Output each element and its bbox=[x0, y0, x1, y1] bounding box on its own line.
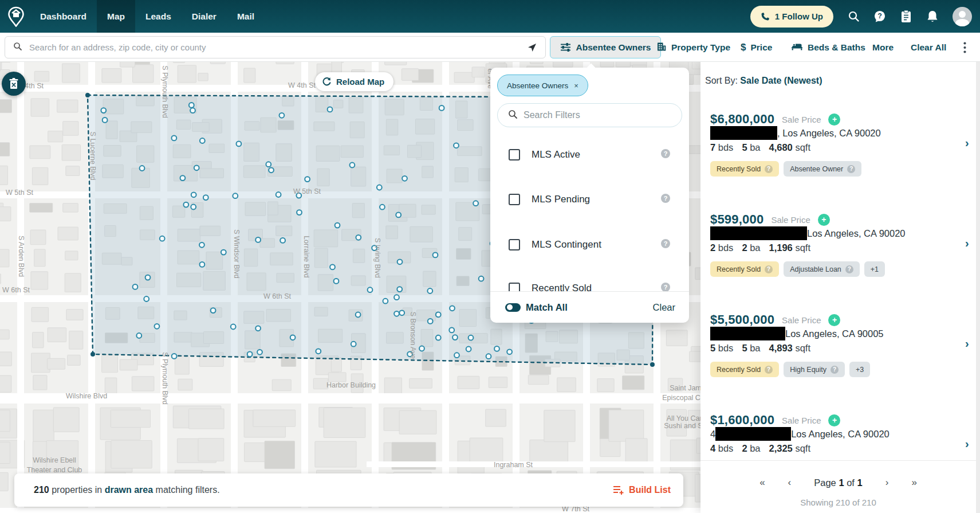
notifications-icon[interactable] bbox=[926, 10, 939, 23]
property-tag[interactable]: Recently Sold? bbox=[710, 362, 779, 377]
svg-text:?: ? bbox=[664, 240, 668, 247]
property-tag[interactable]: High Equity? bbox=[784, 362, 845, 377]
svg-text:S Lucerne Blvd: S Lucerne Blvd bbox=[89, 132, 97, 181]
build-list-button[interactable]: Build List bbox=[613, 473, 671, 507]
property-tag[interactable]: Recently Sold? bbox=[710, 261, 779, 277]
sale-price-label: Sale Price bbox=[782, 115, 821, 124]
redacted-address bbox=[715, 427, 791, 441]
svg-text:?: ? bbox=[664, 195, 668, 202]
checkbox[interactable] bbox=[509, 283, 520, 291]
open-property-chevron[interactable]: › bbox=[965, 437, 969, 451]
map-canvas[interactable]: W 4th StW 4th StW 5th StW 5th StW 6th St… bbox=[0, 62, 700, 513]
match-all-label: Match All bbox=[526, 302, 568, 313]
add-lead-button[interactable]: + bbox=[828, 414, 840, 426]
open-property-chevron[interactable]: › bbox=[965, 337, 969, 350]
phone-icon bbox=[761, 12, 770, 21]
filter-button-property-type[interactable]: Property Type bbox=[656, 36, 730, 58]
filter-button-label: Clear All bbox=[911, 42, 946, 53]
property-count: 210 bbox=[34, 485, 49, 495]
property-tag[interactable]: +3 bbox=[849, 362, 870, 377]
tag-row: Recently Sold?Absentee Owner? bbox=[710, 161, 861, 177]
page-first-button[interactable]: « bbox=[759, 477, 765, 488]
filter-button-clear-all[interactable]: Clear All bbox=[911, 36, 946, 58]
checkbox[interactable] bbox=[509, 194, 520, 205]
sort-by[interactable]: Sort By: Sale Date (Newest) bbox=[705, 76, 822, 86]
filter-option-mls-contingent[interactable]: MLS Contingent? bbox=[490, 232, 689, 257]
filter-option-mls-active[interactable]: MLS Active? bbox=[490, 142, 689, 167]
add-lead-button[interactable]: + bbox=[818, 214, 830, 226]
tasks-icon[interactable] bbox=[900, 10, 912, 23]
property-card[interactable]: $6,800,000Sale Price+, Los Angeles, CA 9… bbox=[700, 102, 976, 202]
property-card[interactable]: $1,600,000Sale Price+4Los Angeles, CA 90… bbox=[700, 403, 976, 460]
nav-item-dialer[interactable]: Dialer bbox=[182, 0, 227, 33]
chip-label: Absentee Owners bbox=[507, 81, 568, 90]
filter-button-more[interactable]: More bbox=[872, 36, 894, 58]
nav-item-leads[interactable]: Leads bbox=[135, 0, 182, 33]
address-search-input[interactable]: Search for an address, zip code, city or… bbox=[5, 36, 546, 58]
locate-icon[interactable] bbox=[526, 42, 538, 56]
follow-up-button[interactable]: 1 Follow Up bbox=[750, 6, 833, 28]
add-lead-button[interactable]: + bbox=[828, 113, 840, 126]
page-next-button[interactable]: › bbox=[885, 477, 889, 488]
svg-text:?: ? bbox=[664, 150, 668, 157]
filters-dropdown-panel: Absentee Owners × Search Filters MLS Act… bbox=[490, 68, 689, 323]
filter-overflow-kebab[interactable] bbox=[963, 36, 966, 58]
filter-button-label: Absentee Owners bbox=[576, 42, 651, 53]
help-circle-icon: ? bbox=[831, 366, 839, 374]
property-tag[interactable]: Recently Sold? bbox=[710, 161, 779, 177]
building-icon bbox=[656, 41, 667, 54]
filter-button-price[interactable]: $Price bbox=[741, 36, 772, 58]
property-tag[interactable]: Absentee Owner? bbox=[784, 161, 861, 177]
property-tag[interactable]: Adjustable Loan? bbox=[784, 261, 860, 277]
help-circle-icon: ? bbox=[845, 265, 853, 273]
svg-text:S Irving Blvd: S Irving Blvd bbox=[373, 238, 381, 278]
property-card[interactable]: $5,500,000Sale Price+Los Angeles, CA 900… bbox=[700, 303, 976, 403]
pagination-section: « ‹ Page 1 of 1 › » Showing 210 of 210 bbox=[700, 460, 976, 507]
filter-option-mls-pending[interactable]: MLS Pending? bbox=[490, 187, 689, 212]
help-circle-icon[interactable]: ? bbox=[660, 282, 671, 291]
checkbox[interactable] bbox=[509, 239, 520, 250]
avatar[interactable] bbox=[953, 7, 972, 26]
open-property-chevron[interactable]: › bbox=[965, 237, 969, 250]
help-circle-icon[interactable]: ? bbox=[660, 193, 671, 206]
svg-text:S Bronson Ave: S Bronson Ave bbox=[409, 312, 417, 359]
filter-button-beds-baths[interactable]: Beds & Baths bbox=[791, 36, 865, 58]
search-icon[interactable] bbox=[847, 10, 860, 23]
redacted-address bbox=[710, 126, 777, 140]
add-lead-button[interactable]: + bbox=[828, 314, 840, 326]
svg-text:Sushi and S: Sushi and S bbox=[664, 422, 700, 430]
page-prev-button[interactable]: ‹ bbox=[788, 477, 792, 488]
open-property-chevron[interactable]: › bbox=[965, 136, 969, 150]
sort-by-value[interactable]: Sale Date (Newest) bbox=[740, 76, 822, 85]
filter-search-input[interactable]: Search Filters bbox=[497, 103, 682, 127]
svg-text:Ingraham St: Ingraham St bbox=[494, 461, 533, 469]
help-circle-icon: ? bbox=[765, 366, 773, 374]
help-circle-icon[interactable]: ? bbox=[660, 148, 671, 161]
property-stats: 2 bds2 ba1,196 sqft bbox=[710, 242, 810, 253]
help-circle-icon[interactable]: ? bbox=[660, 238, 671, 251]
main-area: W 4th StW 4th StW 5th StW 5th StW 6th St… bbox=[0, 62, 980, 513]
checkbox[interactable] bbox=[509, 149, 520, 160]
match-all-toggle[interactable] bbox=[505, 303, 521, 312]
chip-remove-icon[interactable]: × bbox=[574, 81, 578, 90]
page-last-button[interactable]: » bbox=[911, 477, 916, 488]
property-tag[interactable]: +1 bbox=[864, 261, 885, 277]
tag-row: Recently Sold?Adjustable Loan?+1 bbox=[710, 261, 885, 277]
clear-filters-button[interactable]: Clear bbox=[653, 302, 675, 313]
help-icon[interactable]: ? bbox=[873, 10, 886, 23]
nav-item-map[interactable]: Map bbox=[97, 0, 135, 33]
reload-map-button[interactable]: Reload Map bbox=[315, 72, 393, 91]
active-filter-chip[interactable]: Absentee Owners × bbox=[497, 75, 588, 96]
property-card[interactable]: $599,000Sale Price+Los Angeles, CA 90020… bbox=[700, 202, 976, 303]
nav-item-dashboard[interactable]: Dashboard bbox=[30, 0, 97, 33]
filter-search-icon bbox=[508, 109, 518, 122]
nav-item-mail[interactable]: Mail bbox=[227, 0, 265, 33]
sidebar-scrollbar[interactable] bbox=[976, 62, 980, 513]
build-list-label: Build List bbox=[629, 485, 671, 495]
svg-text:Harbor Building: Harbor Building bbox=[326, 381, 376, 389]
filter-button-absentee-owners[interactable]: Absentee Owners bbox=[550, 36, 661, 58]
drawn-area-link[interactable]: drawn area bbox=[105, 485, 153, 495]
app-logo-icon[interactable] bbox=[7, 6, 26, 28]
delete-drawing-button[interactable] bbox=[2, 72, 26, 96]
filter-option-recently-sold[interactable]: Recently Sold? bbox=[490, 276, 689, 291]
